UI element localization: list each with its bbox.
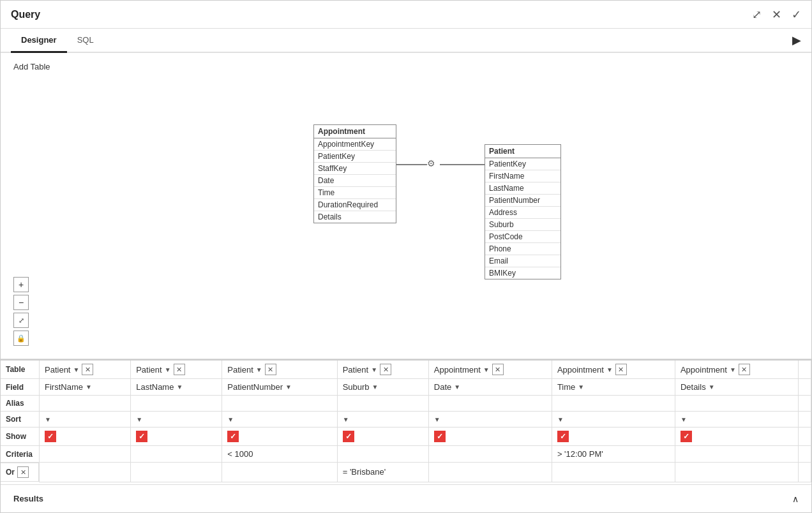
confirm-icon[interactable]: ✓	[792, 8, 801, 22]
col5-criteria[interactable]	[428, 446, 552, 463]
col5-table-cell: Appointment ▼ ✕	[428, 361, 552, 379]
col4-alias[interactable]	[337, 396, 428, 412]
col3-table-close[interactable]: ✕	[265, 364, 276, 375]
col7-sort-arrow[interactable]: ▼	[680, 416, 687, 423]
tab-sql[interactable]: SQL	[67, 29, 104, 53]
col6-table-cell: Appointment ▼ ✕	[552, 361, 675, 379]
query-window: Query ⤢ ✕ ✓ Designer SQL ▶ Add Table	[0, 0, 812, 513]
results-collapse-icon[interactable]: ∧	[792, 494, 799, 504]
col5-alias[interactable]	[428, 396, 552, 412]
col7-alias[interactable]	[675, 396, 798, 412]
col6-field-value: Time	[557, 382, 575, 392]
col2-show	[131, 428, 222, 446]
col5-field-cell: Date ▼	[428, 379, 552, 396]
col6-field-arrow[interactable]: ▼	[578, 383, 584, 390]
alias-extra	[799, 396, 811, 412]
col1-field-arrow[interactable]: ▼	[86, 383, 92, 390]
col4-field-arrow[interactable]: ▼	[372, 383, 379, 390]
col7-table-close[interactable]: ✕	[739, 364, 750, 375]
join-gear-icon[interactable]: ⚙	[427, 158, 435, 168]
col2-or[interactable]	[131, 463, 222, 482]
col6-or[interactable]	[552, 463, 675, 482]
col7-field-arrow[interactable]: ▼	[709, 383, 715, 390]
col1-table-close[interactable]: ✕	[82, 364, 93, 375]
patient-field-email: Email	[485, 255, 560, 267]
col3-table-value: Patient	[227, 365, 253, 375]
col2-sort-arrow[interactable]: ▼	[136, 416, 142, 423]
query-grid: Table Patient ▼ ✕ Patient ▼ ✕	[1, 359, 811, 484]
col2-criteria[interactable]	[131, 446, 222, 463]
col1-alias[interactable]	[40, 396, 131, 412]
col3-sort-arrow[interactable]: ▼	[227, 416, 234, 423]
col3-show	[222, 428, 337, 446]
col2-table-close[interactable]: ✕	[174, 364, 185, 375]
col7-table-arrow[interactable]: ▼	[730, 366, 736, 373]
show-row: Show	[1, 428, 811, 446]
col3-alias[interactable]	[222, 396, 337, 412]
col6-alias[interactable]	[552, 396, 675, 412]
show-row-label: Show	[1, 428, 40, 446]
col5-field-arrow[interactable]: ▼	[454, 383, 460, 390]
zoom-lock-button[interactable]: 🔒	[13, 331, 29, 346]
run-button[interactable]: ▶	[792, 33, 801, 47]
criteria-row: Criteria < 1000 > '12:00 PM'	[1, 446, 811, 463]
col5-sort-arrow[interactable]: ▼	[434, 416, 440, 423]
col2-show-checkbox[interactable]	[136, 431, 147, 442]
field-row-label: Field	[1, 379, 40, 396]
col1-sort-arrow[interactable]: ▼	[45, 416, 51, 423]
col2-field-arrow[interactable]: ▼	[176, 383, 183, 390]
connector-svg	[1, 53, 811, 359]
col6-criteria[interactable]: > '12:00 PM'	[552, 446, 675, 463]
col5-field-value: Date	[434, 382, 451, 392]
col3-or[interactable]	[222, 463, 337, 482]
col7-criteria[interactable]	[675, 446, 798, 463]
col3-criteria[interactable]: < 1000	[222, 446, 337, 463]
col7-table-cell: Appointment ▼ ✕	[675, 361, 798, 379]
col1-table-arrow[interactable]: ▼	[73, 366, 79, 373]
or-close-button[interactable]: ✕	[17, 466, 29, 478]
col4-sort-arrow[interactable]: ▼	[343, 416, 349, 423]
add-table-link[interactable]: Add Table	[13, 62, 50, 71]
col6-show-checkbox[interactable]	[557, 431, 569, 442]
patient-field-phone: Phone	[485, 243, 560, 255]
zoom-controls: + − ⤢ 🔒	[13, 277, 29, 346]
col6-table-value: Appointment	[557, 365, 604, 375]
col7-or[interactable]	[675, 463, 798, 482]
col5-table-arrow[interactable]: ▼	[483, 366, 490, 373]
close-icon[interactable]: ✕	[772, 8, 781, 22]
col2-table-arrow[interactable]: ▼	[165, 366, 171, 373]
col1-show-checkbox[interactable]	[45, 431, 56, 442]
col2-alias[interactable]	[131, 396, 222, 412]
col4-table-arrow[interactable]: ▼	[371, 366, 377, 373]
col5-or[interactable]	[428, 463, 552, 482]
maximize-icon[interactable]: ⤢	[752, 8, 762, 22]
col6-sort-arrow[interactable]: ▼	[557, 416, 564, 423]
sort-row-label: Sort	[1, 412, 40, 428]
col4-or[interactable]: = 'Brisbane'	[337, 463, 428, 482]
col2-table-value: Patient	[136, 365, 162, 375]
tab-designer[interactable]: Designer	[11, 29, 67, 53]
zoom-fit-button[interactable]: ⤢	[13, 313, 29, 328]
col6-criteria-value: > '12:00 PM'	[557, 449, 603, 459]
col1-or[interactable]	[40, 463, 131, 482]
col3-show-checkbox[interactable]	[227, 431, 239, 442]
main-content: Add Table ⚙ Appointment AppointmentKey P…	[1, 53, 811, 512]
col4-table-close[interactable]: ✕	[380, 364, 391, 375]
zoom-in-button[interactable]: +	[13, 277, 29, 292]
col3-field-cell: PatientNumber ▼	[222, 379, 337, 396]
appointment-field-time: Time	[314, 187, 396, 199]
col5-table-close[interactable]: ✕	[492, 364, 504, 375]
zoom-out-button[interactable]: −	[13, 295, 29, 310]
col6-table-arrow[interactable]: ▼	[606, 366, 613, 373]
col3-field-arrow[interactable]: ▼	[285, 383, 292, 390]
appointment-field-date: Date	[314, 175, 396, 187]
col4-criteria[interactable]	[337, 446, 428, 463]
grid-table: Table Patient ▼ ✕ Patient ▼ ✕	[1, 361, 811, 482]
col3-table-arrow[interactable]: ▼	[256, 366, 262, 373]
col1-criteria[interactable]	[40, 446, 131, 463]
col4-show-checkbox[interactable]	[343, 431, 354, 442]
col5-show-checkbox[interactable]	[434, 431, 446, 442]
col4-sort: ▼	[337, 412, 428, 428]
col7-show-checkbox[interactable]	[680, 431, 692, 442]
col6-table-close[interactable]: ✕	[615, 364, 627, 375]
